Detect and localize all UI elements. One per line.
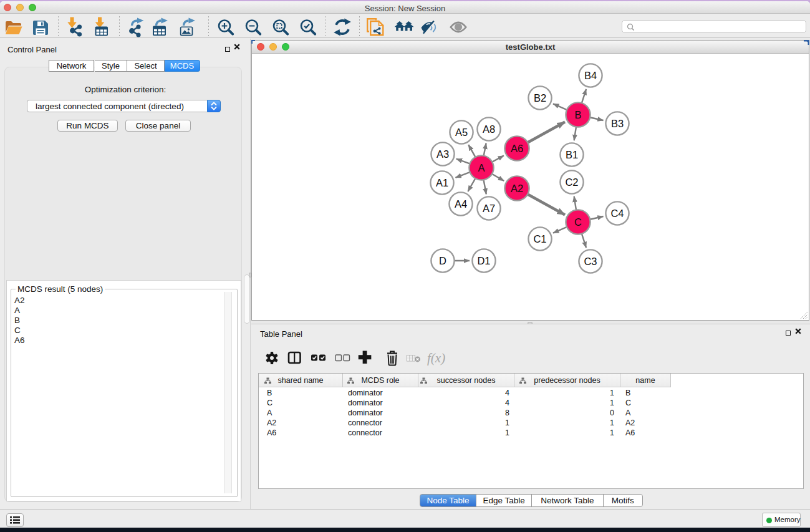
svg-text:C4: C4	[610, 208, 624, 219]
svg-text:D: D	[439, 255, 446, 266]
svg-text:B4: B4	[584, 70, 597, 81]
svg-text:A1: A1	[436, 177, 448, 188]
svg-text:A7: A7	[483, 203, 495, 214]
svg-text:A: A	[478, 162, 485, 173]
svg-text:C1: C1	[533, 233, 546, 244]
svg-text:f(x): f(x)	[427, 351, 445, 365]
svg-text:B1: B1	[566, 149, 578, 160]
svg-text:A4: A4	[455, 198, 467, 210]
svg-text:C2: C2	[565, 177, 578, 188]
svg-text:B: B	[574, 109, 581, 120]
svg-text:B3: B3	[611, 118, 624, 129]
svg-text:B2: B2	[534, 92, 546, 104]
svg-text:A5: A5	[455, 127, 468, 138]
svg-text:A3: A3	[436, 148, 449, 160]
svg-text:A2: A2	[511, 183, 523, 194]
svg-text:A6: A6	[511, 143, 523, 154]
svg-text:D1: D1	[477, 255, 490, 266]
svg-text:A8: A8	[483, 123, 495, 135]
svg-text:C: C	[574, 216, 582, 228]
svg-text:C3: C3	[584, 256, 597, 267]
